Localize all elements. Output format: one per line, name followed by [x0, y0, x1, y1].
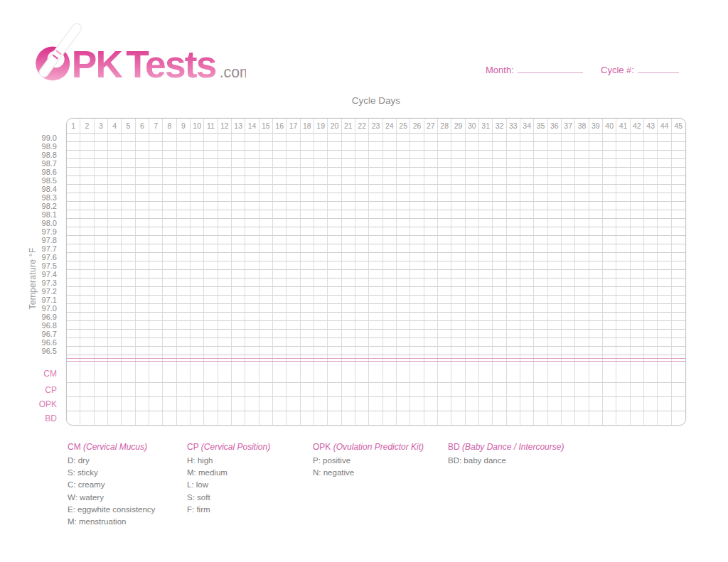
temp-entry-cell[interactable]: [369, 134, 382, 142]
temp-entry-cell[interactable]: [95, 151, 108, 159]
temp-entry-cell[interactable]: [631, 227, 644, 236]
temp-entry-cell[interactable]: [259, 347, 273, 355]
temp-entry-cell[interactable]: [383, 347, 397, 355]
temp-entry-cell[interactable]: [451, 313, 465, 321]
temp-entry-cell[interactable]: [122, 330, 135, 338]
temp-entry-cell[interactable]: [410, 236, 424, 244]
temp-entry-cell[interactable]: [520, 261, 534, 270]
entry-cell-bd[interactable]: [438, 411, 451, 425]
entry-cell-cm[interactable]: [631, 355, 644, 383]
temp-entry-cell[interactable]: [520, 227, 534, 236]
entry-cell-cp[interactable]: [163, 383, 176, 397]
temp-entry-cell[interactable]: [232, 210, 245, 219]
temp-entry-cell[interactable]: [369, 227, 382, 236]
temp-entry-cell[interactable]: [177, 193, 191, 202]
temp-entry-cell[interactable]: [369, 142, 382, 151]
temp-entry-cell[interactable]: [397, 261, 410, 270]
temp-entry-cell[interactable]: [616, 168, 630, 176]
temp-entry-cell[interactable]: [122, 270, 135, 279]
temp-entry-cell[interactable]: [548, 219, 562, 227]
temp-entry-cell[interactable]: [424, 227, 438, 236]
temp-entry-cell[interactable]: [163, 279, 176, 287]
temp-entry-cell[interactable]: [589, 176, 603, 185]
temp-entry-cell[interactable]: [438, 304, 451, 313]
temp-entry-cell[interactable]: [301, 261, 314, 270]
entry-cell-cm[interactable]: [603, 355, 616, 383]
temp-entry-cell[interactable]: [369, 296, 382, 304]
temp-entry-cell[interactable]: [589, 313, 603, 321]
temp-entry-cell[interactable]: [397, 279, 410, 287]
temp-entry-cell[interactable]: [383, 151, 397, 159]
temp-entry-cell[interactable]: [410, 330, 424, 338]
temp-entry-cell[interactable]: [410, 321, 424, 330]
temp-entry-cell[interactable]: [438, 236, 451, 244]
temp-entry-cell[interactable]: [603, 338, 616, 347]
temp-entry-cell[interactable]: [108, 193, 122, 202]
entry-cell-cm[interactable]: [149, 355, 163, 383]
temp-entry-cell[interactable]: [383, 244, 397, 253]
temp-entry-cell[interactable]: [658, 253, 671, 261]
temp-entry-cell[interactable]: [149, 253, 163, 261]
temp-entry-cell[interactable]: [287, 227, 300, 236]
temp-entry-cell[interactable]: [136, 279, 149, 287]
temp-entry-cell[interactable]: [644, 287, 658, 296]
entry-cell-cp[interactable]: [575, 383, 589, 397]
temp-entry-cell[interactable]: [589, 168, 603, 176]
temp-entry-cell[interactable]: [383, 202, 397, 210]
temp-entry-cell[interactable]: [218, 219, 232, 227]
temp-entry-cell[interactable]: [397, 296, 410, 304]
temp-entry-cell[interactable]: [163, 338, 176, 347]
temp-entry-cell[interactable]: [466, 313, 479, 321]
temp-entry-cell[interactable]: [232, 159, 245, 168]
entry-cell-cp[interactable]: [520, 383, 534, 397]
temp-entry-cell[interactable]: [163, 134, 176, 142]
temp-entry-cell[interactable]: [397, 159, 410, 168]
temp-entry-cell[interactable]: [67, 227, 80, 236]
temp-entry-cell[interactable]: [80, 202, 94, 210]
temp-entry-cell[interactable]: [232, 193, 245, 202]
temp-entry-cell[interactable]: [122, 296, 135, 304]
temp-entry-cell[interactable]: [534, 185, 547, 193]
temp-entry-cell[interactable]: [507, 330, 520, 338]
temp-entry-cell[interactable]: [273, 236, 287, 244]
temp-entry-cell[interactable]: [80, 210, 94, 219]
temp-entry-cell[interactable]: [108, 134, 122, 142]
temp-entry-cell[interactable]: [589, 296, 603, 304]
temp-entry-cell[interactable]: [658, 185, 671, 193]
entry-cell-cp[interactable]: [67, 383, 80, 397]
temp-entry-cell[interactable]: [369, 287, 382, 296]
temp-entry-cell[interactable]: [479, 338, 493, 347]
entry-cell-cm[interactable]: [589, 355, 603, 383]
entry-cell-cp[interactable]: [328, 383, 341, 397]
temp-entry-cell[interactable]: [122, 185, 135, 193]
temp-entry-cell[interactable]: [95, 347, 108, 355]
temp-entry-cell[interactable]: [95, 313, 108, 321]
temp-entry-cell[interactable]: [466, 185, 479, 193]
temp-entry-cell[interactable]: [245, 330, 259, 338]
temp-entry-cell[interactable]: [355, 219, 369, 227]
entry-cell-bd[interactable]: [534, 411, 547, 425]
temp-entry-cell[interactable]: [589, 236, 603, 244]
temp-entry-cell[interactable]: [548, 227, 562, 236]
temp-entry-cell[interactable]: [136, 296, 149, 304]
temp-entry-cell[interactable]: [562, 193, 575, 202]
temp-entry-cell[interactable]: [218, 270, 232, 279]
temp-entry-cell[interactable]: [672, 202, 685, 210]
temp-entry-cell[interactable]: [438, 270, 451, 279]
temp-entry-cell[interactable]: [383, 193, 397, 202]
entry-cell-bd[interactable]: [80, 411, 94, 425]
temp-entry-cell[interactable]: [562, 313, 575, 321]
entry-cell-opk[interactable]: [672, 397, 685, 411]
temp-entry-cell[interactable]: [589, 347, 603, 355]
temp-entry-cell[interactable]: [631, 151, 644, 159]
temp-entry-cell[interactable]: [149, 330, 163, 338]
temp-entry-cell[interactable]: [534, 279, 547, 287]
temp-entry-cell[interactable]: [67, 134, 80, 142]
temp-entry-cell[interactable]: [466, 321, 479, 330]
temp-entry-cell[interactable]: [616, 219, 630, 227]
temp-entry-cell[interactable]: [410, 253, 424, 261]
temp-entry-cell[interactable]: [438, 227, 451, 236]
temp-entry-cell[interactable]: [342, 219, 355, 227]
temp-entry-cell[interactable]: [163, 270, 176, 279]
temp-entry-cell[interactable]: [287, 210, 300, 219]
